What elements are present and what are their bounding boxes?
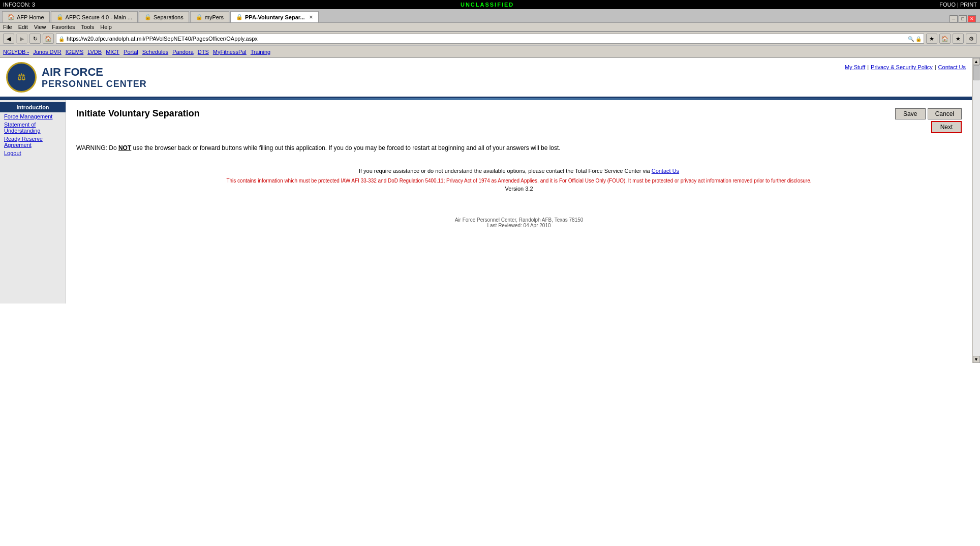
bookmark-mict[interactable]: MICT xyxy=(106,49,119,55)
menu-tools[interactable]: Tools xyxy=(81,24,95,30)
tab-icon: 🔒 xyxy=(196,14,203,20)
header-links: My Stuff | Privacy & Security Policy | C… xyxy=(845,62,966,70)
warning-not: NOT xyxy=(118,144,131,151)
version-text: Version 3.2 xyxy=(76,186,962,192)
bookmark-nglydb[interactable]: NGLYDB - xyxy=(3,49,29,55)
settings-button[interactable]: ⚙ xyxy=(966,34,977,44)
close-button[interactable]: ✕ xyxy=(968,15,976,22)
tab-icon: 🔒 xyxy=(144,14,151,20)
tab-mypers[interactable]: 🔒 myPers xyxy=(190,11,229,22)
menu-bar: File Edit View Favorites Tools Help xyxy=(0,23,980,32)
footer-line1: Air Force Personnel Center, Randolph AFB… xyxy=(81,217,957,223)
bookmark-pandora[interactable]: Pandora xyxy=(172,49,194,55)
tab-label: AFP Home xyxy=(17,14,44,20)
browser-chrome: 🏠 AFP Home 🔒 AFPC Secure 4.0 - Main ... … xyxy=(0,9,980,58)
page-title-row: Initiate Voluntary Separation Save Cance… xyxy=(76,108,962,133)
page-layout: ⚖ AIR FORCE PERSONNEL CENTER My Stuff | … xyxy=(0,58,980,363)
home-button[interactable]: 🏠 xyxy=(43,34,54,44)
assistance-text: If you require assistance or do not unde… xyxy=(76,168,962,174)
tab-ppa[interactable]: 🔒 PPA-Voluntary Separ... ✕ xyxy=(230,11,319,22)
afpc-title-line1: AIR FORCE xyxy=(42,66,147,79)
address-bar-row: ◀ ▶ ↻ 🏠 🔒 https://w20.afpc.randolph.af.m… xyxy=(0,32,980,45)
scroll-up-button[interactable]: ▲ xyxy=(973,58,980,65)
tab-icon: 🔒 xyxy=(236,14,243,20)
sidebar: Introduction Force Management Statement … xyxy=(0,100,66,304)
warning-box: WARNING: Do NOT use the browser back or … xyxy=(76,143,962,153)
sidebar-item-statement-of-understanding[interactable]: Statement of Understanding xyxy=(0,120,66,135)
top-btn-row: Save Cancel xyxy=(895,108,962,119)
restore-button[interactable]: □ xyxy=(959,15,967,22)
scroll-track xyxy=(973,65,980,356)
infocon-label: INFOCON: 3 xyxy=(3,2,35,8)
warning-prefix: WARNING: Do xyxy=(76,144,118,151)
page-footer: Air Force Personnel Center, Randolph AFB… xyxy=(76,212,962,233)
minimize-button[interactable]: ─ xyxy=(950,15,958,22)
tab-label: PPA-Voluntary Separ... xyxy=(245,14,305,20)
tab-label: Separations xyxy=(154,14,183,20)
page-header: ⚖ AIR FORCE PERSONNEL CENTER My Stuff | … xyxy=(0,58,972,98)
header-title: AIR FORCE PERSONNEL CENTER xyxy=(42,66,147,89)
header-logo-area: ⚖ AIR FORCE PERSONNEL CENTER xyxy=(6,62,147,93)
page-title: Initiate Voluntary Separation xyxy=(76,108,200,119)
back-button[interactable]: ◀ xyxy=(3,34,14,44)
warning-text: use the browser back or forward buttons … xyxy=(131,144,560,151)
privacy-notice: This contains information which must be … xyxy=(76,178,962,184)
bookmark-dts[interactable]: DTS xyxy=(198,49,209,55)
my-stuff-link[interactable]: My Stuff xyxy=(845,64,865,70)
afpc-logo: ⚖ xyxy=(6,62,37,93)
sidebar-item-ready-reserve-agreement[interactable]: Ready Reserve Agreement xyxy=(0,135,66,149)
menu-edit[interactable]: Edit xyxy=(18,24,28,30)
button-group: Save Cancel Next xyxy=(895,108,962,133)
favorites-button[interactable]: ★ xyxy=(953,34,964,44)
star-button[interactable]: ★ xyxy=(926,34,937,44)
address-icons: 🔍 🔒 xyxy=(908,36,922,42)
tab-label: AFPC Secure 4.0 - Main ... xyxy=(66,14,132,20)
scrollbar[interactable]: ▲ ▼ xyxy=(972,58,980,363)
top-bar: INFOCON: 3 UNCLASSIFIED FOUO | PRINT xyxy=(0,0,980,9)
main-content: Initiate Voluntary Separation Save Cance… xyxy=(66,100,972,304)
menu-view[interactable]: View xyxy=(34,24,46,30)
scroll-down-button[interactable]: ▼ xyxy=(973,356,980,363)
save-button[interactable]: Save xyxy=(895,108,926,119)
bookmarks-bar: NGLYDB - Junos DVR IGEMS LVDB MICT Porta… xyxy=(0,45,980,57)
menu-file[interactable]: File xyxy=(3,24,12,30)
tab-afphome[interactable]: 🏠 AFP Home xyxy=(2,11,50,22)
tab-icon: 🔒 xyxy=(56,14,64,20)
content-area: Introduction Force Management Statement … xyxy=(0,100,972,304)
bookmark-schedules[interactable]: Schedules xyxy=(142,49,168,55)
sidebar-item-logout[interactable]: Logout xyxy=(0,149,66,157)
classification-label: UNCLASSIFIED xyxy=(461,2,514,8)
tab-label: myPers xyxy=(205,14,224,20)
privacy-policy-link[interactable]: Privacy & Security Policy xyxy=(871,64,933,70)
afpc-title-line2: PERSONNEL CENTER xyxy=(42,79,147,89)
assistance-label: If you require assistance or do not unde… xyxy=(359,168,652,174)
address-box[interactable]: 🔒 https://w20.afpc.randolph.af.mil/PPAVo… xyxy=(56,34,924,44)
tab-close-icon[interactable]: ✕ xyxy=(309,15,313,20)
tab-afpcsecure[interactable]: 🔒 AFPC Secure 4.0 - Main ... xyxy=(51,11,138,22)
url-display: https://w20.afpc.randolph.af.mil/PPAVolS… xyxy=(67,36,906,42)
footer-line2: Last Reviewed: 04 Apr 2010 xyxy=(81,223,957,228)
menu-help[interactable]: Help xyxy=(100,24,112,30)
bookmark-igems[interactable]: IGEMS xyxy=(66,49,83,55)
contact-us-link[interactable]: Contact Us xyxy=(652,168,679,174)
bookmark-lvdb[interactable]: LVDB xyxy=(87,49,102,55)
refresh-button[interactable]: ↻ xyxy=(29,34,41,44)
forward-button[interactable]: ▶ xyxy=(16,34,27,44)
fouo-label: FOUO | PRINT xyxy=(939,2,977,8)
bookmark-portal[interactable]: Portal xyxy=(124,49,138,55)
menu-favorites[interactable]: Favorites xyxy=(52,24,75,30)
tab-icon: 🏠 xyxy=(8,14,15,20)
sidebar-item-force-management[interactable]: Force Management xyxy=(0,112,66,120)
home-nav-button[interactable]: 🏠 xyxy=(939,34,951,44)
cancel-button[interactable]: Cancel xyxy=(928,108,962,119)
contact-us-header-link[interactable]: Contact Us xyxy=(938,64,966,70)
sidebar-item-introduction[interactable]: Introduction xyxy=(0,102,66,112)
bookmark-junosdvr[interactable]: Junos DVR xyxy=(33,49,62,55)
next-button[interactable]: Next xyxy=(931,121,962,133)
bookmark-training[interactable]: Training xyxy=(251,49,270,55)
scroll-thumb[interactable] xyxy=(973,65,979,80)
bookmark-myfitnesspal[interactable]: MyFitnessPal xyxy=(213,49,247,55)
tab-separations[interactable]: 🔒 Separations xyxy=(139,11,189,22)
